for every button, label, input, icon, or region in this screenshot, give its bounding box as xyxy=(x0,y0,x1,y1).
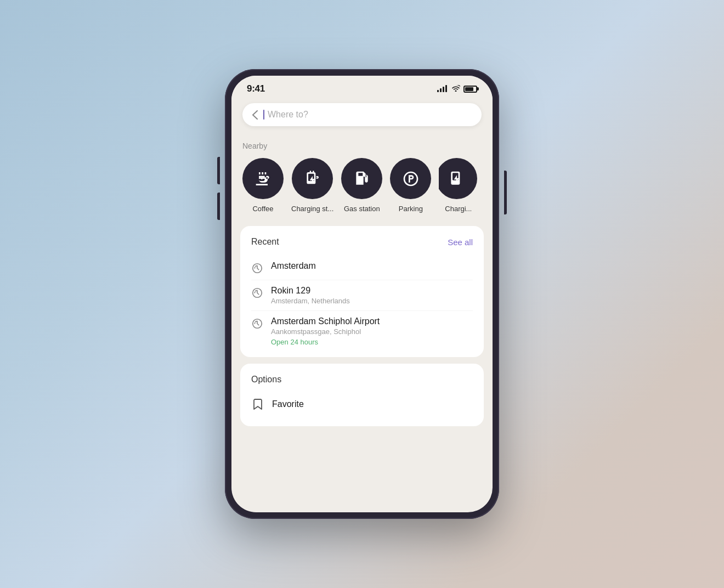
signal-icon xyxy=(437,86,447,92)
recent-name-rokin: Rokin 129 xyxy=(271,286,350,296)
nearby-item-gas[interactable]: Gas station xyxy=(341,158,382,213)
svg-point-0 xyxy=(261,178,263,179)
parking-label: Parking xyxy=(399,205,423,213)
nearby-section: Nearby Coffee xyxy=(231,135,493,219)
charging-icon xyxy=(304,170,321,188)
recent-card: Recent See all Amsterdam xyxy=(240,226,484,357)
wifi-icon xyxy=(451,85,460,93)
recent-header: Recent See all xyxy=(251,237,473,247)
recent-item-schiphol[interactable]: Amsterdam Schiphol Airport Aankomstpassg… xyxy=(251,311,473,346)
status-icons xyxy=(437,85,477,93)
option-label-favorite: Favorite xyxy=(272,399,304,409)
power-button[interactable] xyxy=(504,171,507,214)
bookmark-icon xyxy=(251,398,264,411)
phone-frame: 9:41 xyxy=(225,69,499,519)
phone-screen: 9:41 xyxy=(231,76,493,512)
nearby-item-charging[interactable]: Charging st... xyxy=(291,158,333,213)
history-icon-schiphol xyxy=(251,318,263,330)
history-icon-rokin xyxy=(251,287,263,299)
gas-icon xyxy=(353,170,371,188)
search-input[interactable]: Where to? xyxy=(263,110,472,120)
parking-circle xyxy=(390,158,431,199)
search-section: Where to? xyxy=(231,99,493,135)
nearby-scroll: Coffee Charging st... xyxy=(242,158,482,215)
coffee-label: Coffee xyxy=(252,205,273,213)
recent-item-rokin[interactable]: Rokin 129 Amsterdam, Netherlands xyxy=(251,280,473,311)
gas-circle xyxy=(341,158,382,199)
back-button[interactable] xyxy=(252,110,258,120)
nearby-item-parking[interactable]: Parking xyxy=(390,158,431,213)
recent-name-schiphol: Amsterdam Schiphol Airport xyxy=(271,316,380,326)
recent-text-rokin: Rokin 129 Amsterdam, Netherlands xyxy=(271,286,350,305)
nearby-item-charging2[interactable]: Chargi... xyxy=(439,158,477,213)
search-placeholder: Where to? xyxy=(268,110,308,120)
see-all-button[interactable]: See all xyxy=(448,238,473,247)
recent-sub-schiphol: Aankomstpassgae, Schiphol xyxy=(271,327,380,336)
coffee-icon xyxy=(254,170,272,188)
recent-sub-rokin: Amsterdam, Netherlands xyxy=(271,297,350,305)
open-status-schiphol: Open 24 hours xyxy=(271,338,380,346)
coffee-circle xyxy=(242,158,284,199)
volume-up-button[interactable] xyxy=(217,157,220,184)
nearby-item-coffee[interactable]: Coffee xyxy=(242,158,284,213)
charging-label: Charging st... xyxy=(291,205,333,213)
parking-icon xyxy=(402,170,420,188)
recent-text-amsterdam: Amsterdam xyxy=(271,261,316,271)
options-title: Options xyxy=(251,375,473,385)
recent-item-amsterdam[interactable]: Amsterdam xyxy=(251,256,473,280)
recent-name-amsterdam: Amsterdam xyxy=(271,261,316,271)
charging2-circle xyxy=(439,158,477,199)
recent-text-schiphol: Amsterdam Schiphol Airport Aankomstpassg… xyxy=(271,316,380,346)
status-bar: 9:41 xyxy=(231,76,493,99)
nearby-label: Nearby xyxy=(242,142,482,150)
battery-icon xyxy=(463,86,477,93)
svg-rect-4 xyxy=(313,171,314,173)
svg-rect-3 xyxy=(309,171,311,173)
history-icon-amsterdam xyxy=(251,262,263,274)
charging2-label: Chargi... xyxy=(445,205,471,213)
status-time: 9:41 xyxy=(247,83,265,94)
charging2-icon xyxy=(448,170,466,188)
volume-down-button[interactable] xyxy=(217,193,220,220)
text-cursor xyxy=(263,110,264,120)
charging-circle xyxy=(292,158,333,199)
search-bar[interactable]: Where to? xyxy=(242,103,482,126)
option-item-favorite[interactable]: Favorite xyxy=(251,393,473,415)
gas-label: Gas station xyxy=(344,205,380,213)
recent-title: Recent xyxy=(251,237,279,247)
main-content: Recent See all Amsterdam xyxy=(231,219,493,512)
options-card: Options Favorite xyxy=(240,364,484,426)
